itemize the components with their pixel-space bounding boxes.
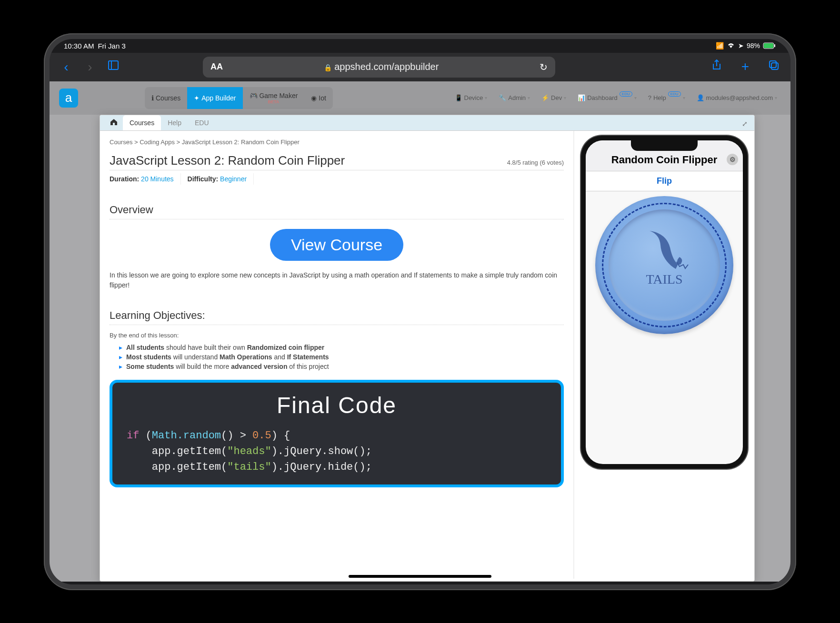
menu-user[interactable]: 👤modules@appshed.com▾	[693, 92, 781, 103]
objective-2: Most students will understand Math Opera…	[119, 353, 564, 361]
wifi-icon	[727, 42, 735, 50]
safari-toolbar: ‹ › AA 🔒 appshed.com/appbuilder ↻ +	[50, 53, 790, 81]
menu-gamemaker[interactable]: 🎮 Game Maker BETA	[243, 87, 305, 109]
svg-rect-4	[771, 63, 778, 69]
lock-icon: 🔒	[324, 64, 332, 71]
menu-device[interactable]: 📱Device▾	[451, 92, 491, 103]
objectives-list: All students should have built their own…	[110, 344, 564, 370]
menu-help[interactable]: ?HelpEDU▾	[644, 92, 689, 103]
expand-icon[interactable]: ⤢	[742, 120, 748, 128]
new-tab-icon[interactable]: +	[738, 59, 752, 75]
final-code-title: Final Code	[127, 392, 547, 418]
tabs-icon[interactable]	[767, 59, 781, 75]
overview-heading: Overview	[110, 204, 564, 219]
tail-icon	[633, 224, 690, 276]
course-panel: Courses Help EDU ⤢ Courses > Coding Apps…	[100, 115, 755, 582]
reload-icon[interactable]: ↻	[540, 61, 548, 73]
objective-3: Some students will build the more advanc…	[119, 363, 564, 370]
tab-home[interactable]	[105, 115, 123, 130]
phone-mock: Random Coin Flipper ⚙ Flip	[581, 136, 748, 469]
menu-dashboard[interactable]: 📊DashboardEDU▾	[574, 92, 640, 103]
status-date: Fri Jan 3	[98, 42, 125, 50]
gear-icon[interactable]: ⚙	[727, 154, 738, 165]
url-text: 🔒 appshed.com/appbuilder	[228, 61, 535, 72]
course-description: In this lesson we are going to explore s…	[110, 270, 564, 290]
ipad-screen: 10:30 AM Fri Jan 3 📶 ➤ 98% ‹ ›	[50, 39, 790, 584]
menu-dev[interactable]: ⚡Dev▾	[538, 92, 570, 103]
course-content: Courses > Coding Apps > JavaScript Lesso…	[100, 131, 573, 579]
page-content: a ℹCourses ✦App Builder 🎮 Game Maker BET…	[50, 81, 790, 582]
phone-preview-column: Random Coin Flipper ⚙ Flip	[573, 131, 754, 579]
menu-appbuilder[interactable]: ✦App Builder	[187, 87, 242, 109]
objectives-intro: By the end of this lesson:	[110, 332, 564, 339]
back-button[interactable]: ‹	[59, 59, 73, 75]
objectives-heading: Learning Objectives:	[110, 309, 564, 325]
final-code-block: Final Code if (Math.random() > 0.5) { ap…	[110, 380, 564, 487]
coin-image: TAILS	[595, 196, 733, 334]
code-line-1: if (Math.random() > 0.5) {	[127, 428, 547, 444]
panel-tabs: Courses Help EDU ⤢	[100, 115, 754, 131]
battery-pct: 98%	[747, 42, 760, 49]
view-course-button[interactable]: View Course	[270, 229, 403, 261]
difficulty: Difficulty: Beginner	[188, 173, 254, 185]
battery-icon	[763, 42, 776, 49]
svg-rect-1	[764, 43, 773, 48]
svg-rect-3	[770, 61, 776, 68]
tab-courses[interactable]: Courses	[123, 115, 161, 130]
status-bar: 10:30 AM Fri Jan 3 📶 ➤ 98%	[50, 39, 790, 53]
rating-text: 4.8/5 rating (6 votes)	[507, 159, 564, 166]
duration: Duration: 20 Minutes	[110, 173, 181, 185]
code-line-3: app.getItem("tails").jQuery.hide();	[127, 459, 547, 475]
code-line-2: app.getItem("heads").jQuery.show();	[127, 444, 547, 459]
text-size-icon[interactable]: AA	[210, 62, 223, 72]
status-time: 10:30 AM	[64, 42, 94, 50]
flip-button[interactable]: Flip	[586, 171, 743, 191]
appshed-logo[interactable]: a	[59, 89, 78, 108]
tab-edu[interactable]: EDU	[188, 115, 216, 130]
ipad-frame: 10:30 AM Fri Jan 3 📶 ➤ 98% ‹ ›	[44, 33, 796, 590]
appshed-header: a ℹCourses ✦App Builder 🎮 Game Maker BET…	[50, 81, 790, 115]
share-icon[interactable]	[710, 59, 724, 75]
menu-admin[interactable]: 🔧Admin▾	[495, 92, 534, 103]
breadcrumb[interactable]: Courses > Coding Apps > JavaScript Lesso…	[110, 138, 564, 146]
location-icon: ➤	[738, 42, 744, 49]
phone-notch	[631, 140, 698, 151]
bookmarks-icon[interactable]	[107, 59, 121, 75]
forward-button[interactable]: ›	[83, 59, 97, 75]
svg-rect-2	[774, 44, 775, 47]
tab-help[interactable]: Help	[161, 115, 188, 130]
phone-screen: Random Coin Flipper ⚙ Flip	[586, 140, 743, 464]
menu-courses[interactable]: ℹCourses	[145, 87, 187, 109]
address-bar[interactable]: AA 🔒 appshed.com/appbuilder ↻	[203, 57, 555, 78]
menu-iot[interactable]: ◉Iot	[304, 87, 333, 109]
signal-icon: 📶	[716, 42, 724, 49]
home-indicator[interactable]	[349, 575, 491, 578]
main-menu: ℹCourses ✦App Builder 🎮 Game Maker BETA …	[145, 87, 333, 109]
right-menu: 📱Device▾ 🔧Admin▾ ⚡Dev▾ 📊DashboardEDU▾ ?H…	[451, 92, 781, 103]
objective-1: All students should have built their own…	[119, 344, 564, 351]
page-title: JavaScript Lesson 2: Random Coin Flipper	[110, 153, 345, 168]
